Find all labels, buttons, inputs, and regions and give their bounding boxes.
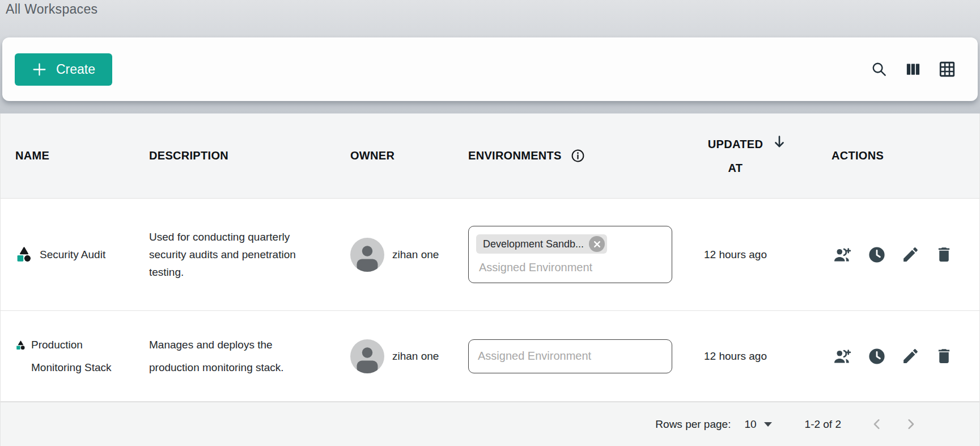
toolbar-card: Create bbox=[2, 37, 978, 101]
updated-header-line1: UPDATED bbox=[708, 138, 763, 150]
delete-button[interactable] bbox=[935, 347, 953, 365]
top-band: All Workspaces Create bbox=[0, 0, 980, 113]
environments-header-label: ENVIRONMENTS bbox=[468, 149, 562, 162]
clock-icon bbox=[867, 347, 886, 366]
rows-per-page-label: Rows per page: bbox=[655, 418, 731, 431]
add-user-button[interactable] bbox=[831, 347, 852, 366]
person-add-icon bbox=[831, 245, 852, 264]
environment-select[interactable]: Development Sandb... Assigned Environmen… bbox=[468, 226, 672, 283]
column-header-environments[interactable]: ENVIRONMENTS bbox=[453, 148, 669, 163]
add-user-button[interactable] bbox=[831, 245, 852, 264]
updated-at-text: 12 hours ago bbox=[704, 350, 767, 363]
clock-icon bbox=[867, 245, 886, 264]
avatar bbox=[350, 238, 384, 272]
trash-icon bbox=[935, 245, 953, 264]
updated-at-cell: 12 hours ago bbox=[669, 249, 802, 261]
chevron-right-icon bbox=[903, 416, 918, 432]
column-header-name[interactable]: NAME bbox=[1, 149, 134, 162]
owner-name: zihan one bbox=[392, 350, 439, 363]
pencil-icon bbox=[901, 347, 920, 365]
environments-cell: Assigned Environment bbox=[453, 339, 669, 373]
name-cell: Security Audit bbox=[1, 243, 134, 266]
column-header-actions: ACTIONS bbox=[802, 149, 979, 162]
plus-icon bbox=[32, 62, 47, 77]
environment-placeholder: Assigned Environment bbox=[476, 261, 665, 274]
grid-view-icon bbox=[938, 60, 956, 78]
arrow-down-icon bbox=[771, 133, 788, 150]
person-add-icon bbox=[831, 347, 852, 366]
pagination-bar: Rows per page: 10 1-2 of 2 bbox=[1, 402, 979, 446]
environment-select[interactable]: Assigned Environment bbox=[468, 339, 672, 373]
search-icon bbox=[870, 60, 888, 78]
updated-at-text: 12 hours ago bbox=[704, 249, 767, 261]
rows-per-page-select[interactable]: 10 bbox=[744, 418, 771, 431]
table-row: Security Audit Used for conducting quart… bbox=[1, 199, 979, 311]
environment-chip-label: Development Sandb... bbox=[483, 238, 584, 250]
owner-name: zihan one bbox=[392, 249, 439, 261]
workspace-shapes-icon bbox=[15, 246, 33, 263]
history-button[interactable] bbox=[867, 347, 886, 366]
prev-page-button[interactable] bbox=[869, 416, 885, 432]
actions-cell bbox=[802, 245, 979, 264]
toolbar-icons bbox=[870, 60, 956, 78]
close-icon bbox=[593, 241, 601, 248]
environments-cell: Development Sandb... Assigned Environmen… bbox=[453, 226, 669, 283]
table-header-row: NAME DESCRIPTION OWNER ENVIRONMENTS UPDA… bbox=[1, 113, 979, 199]
environment-placeholder: Assigned Environment bbox=[478, 350, 591, 363]
history-button[interactable] bbox=[867, 245, 886, 264]
create-button-label: Create bbox=[56, 62, 95, 77]
column-header-owner[interactable]: OWNER bbox=[336, 149, 453, 162]
description-cell: Manages and deploys the production monit… bbox=[134, 334, 336, 379]
rows-per-page-value: 10 bbox=[744, 418, 756, 431]
create-button[interactable]: Create bbox=[15, 53, 112, 86]
workspace-shapes-icon bbox=[15, 340, 26, 351]
columns-view-button[interactable] bbox=[905, 61, 922, 78]
pencil-icon bbox=[901, 245, 920, 264]
trash-icon bbox=[935, 347, 953, 365]
edit-button[interactable] bbox=[901, 245, 920, 264]
columns-view-icon bbox=[905, 61, 922, 78]
updated-header-line2: AT bbox=[728, 156, 743, 180]
table-row: Production Monitoring Stack Manages and … bbox=[1, 311, 979, 402]
next-page-button[interactable] bbox=[903, 416, 918, 432]
edit-button[interactable] bbox=[901, 347, 920, 365]
environment-chip: Development Sandb... bbox=[476, 234, 607, 254]
updated-at-cell: 12 hours ago bbox=[669, 350, 802, 363]
column-header-description[interactable]: DESCRIPTION bbox=[134, 149, 336, 162]
delete-button[interactable] bbox=[935, 245, 953, 264]
workspace-name: Security Audit bbox=[40, 243, 105, 266]
workspace-name: Production Monitoring Stack bbox=[31, 334, 128, 379]
workspaces-table: NAME DESCRIPTION OWNER ENVIRONMENTS UPDA… bbox=[0, 113, 980, 446]
workspace-description: Used for conducting quarterly security a… bbox=[149, 228, 320, 281]
avatar bbox=[350, 339, 384, 373]
chevron-left-icon bbox=[869, 416, 885, 432]
grid-view-button[interactable] bbox=[938, 60, 956, 78]
column-header-updated-at[interactable]: UPDATED AT bbox=[669, 132, 802, 180]
description-cell: Used for conducting quarterly security a… bbox=[134, 228, 336, 281]
info-icon[interactable] bbox=[570, 148, 586, 163]
name-cell: Production Monitoring Stack bbox=[1, 334, 134, 379]
workspace-description: Manages and deploys the production monit… bbox=[149, 334, 320, 379]
page-title: All Workspaces bbox=[6, 2, 97, 17]
caret-down-icon bbox=[764, 422, 772, 427]
search-button[interactable] bbox=[870, 60, 888, 78]
chip-remove-button[interactable] bbox=[589, 236, 605, 252]
page-range-label: 1-2 of 2 bbox=[805, 418, 841, 431]
owner-cell: zihan one bbox=[336, 339, 453, 373]
actions-cell bbox=[802, 347, 979, 366]
owner-cell: zihan one bbox=[336, 238, 453, 272]
